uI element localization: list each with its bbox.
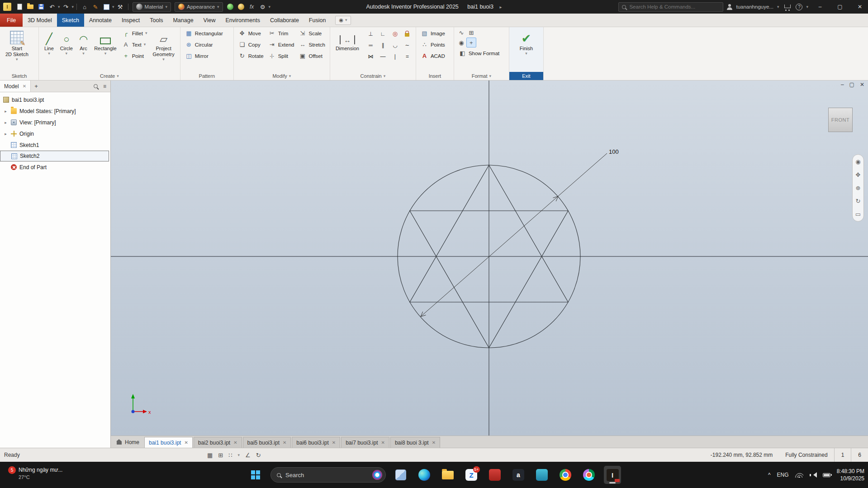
- sketch-dropdown-icon[interactable]: ▾: [112, 5, 114, 9]
- close-icon[interactable]: ✕: [283, 440, 286, 445]
- snap-grid-icon[interactable]: ⊞: [218, 452, 223, 459]
- wifi-icon[interactable]: [795, 472, 803, 478]
- doc-minimize-icon[interactable]: –: [841, 81, 844, 88]
- tab-view[interactable]: View: [199, 14, 221, 27]
- language-indicator[interactable]: ENG: [777, 472, 789, 478]
- rectangle-tool[interactable]: Rectangle ▾: [91, 28, 120, 56]
- parallel-constraint-icon[interactable]: ∥: [377, 39, 389, 51]
- chevron-down-icon[interactable]: ▾: [237, 453, 240, 457]
- tab-environments[interactable]: Environments: [220, 14, 265, 27]
- inventor-taskbar-button[interactable]: I: [604, 466, 621, 484]
- trim-tool[interactable]: ✂ Trim: [266, 28, 297, 39]
- parameters-button[interactable]: fx: [247, 1, 257, 12]
- add-browser-tab-button[interactable]: +: [31, 83, 42, 90]
- doc-tab-bai1[interactable]: bai1 buoi3.ipt ✕: [144, 437, 193, 448]
- equal-constraint-icon[interactable]: =: [401, 51, 413, 62]
- tree-item-model-states[interactable]: ▸ Model States: [Primary]: [0, 105, 110, 117]
- tab-3d-model[interactable]: 3D Model: [23, 14, 57, 27]
- pan-icon[interactable]: ✥: [856, 171, 861, 178]
- tab-tools[interactable]: Tools: [145, 14, 168, 27]
- points-tool[interactable]: ∴ Points: [418, 39, 447, 50]
- tree-item-root[interactable]: bai1 buoi3.ipt: [0, 94, 110, 105]
- battery-icon[interactable]: [823, 473, 830, 477]
- browser-search-icon[interactable]: [94, 84, 98, 88]
- circular-pattern-tool[interactable]: ⊛ Circular: [183, 39, 225, 50]
- zoom-icon[interactable]: ⊕: [856, 185, 861, 191]
- view-cube[interactable]: FRONT: [828, 108, 853, 132]
- tree-item-sketch2[interactable]: Sketch2: [0, 151, 109, 161]
- tab-file[interactable]: File: [0, 14, 23, 27]
- split-tool[interactable]: -|- Split: [266, 50, 297, 62]
- finish-sketch-button[interactable]: ✔ Finish ▾: [517, 28, 536, 56]
- adjust-material-button[interactable]: [225, 1, 235, 12]
- format-line-icon[interactable]: ∿: [456, 28, 466, 38]
- teal-app-button[interactable]: [533, 466, 550, 484]
- doc-tab-bai8[interactable]: bai8 buoi 3.ipt ✕: [390, 437, 440, 448]
- weather-widget[interactable]: 5 Những ngày mư... 27°C: [5, 462, 66, 488]
- doc-tab-bai2[interactable]: bai2 buoi3.ipt ✕: [194, 437, 242, 448]
- group-expand-icon[interactable]: ▾: [117, 74, 119, 78]
- concentric-constraint-icon[interactable]: ◎: [389, 28, 401, 39]
- circle-tool[interactable]: ○ Circle ▾: [57, 28, 76, 56]
- tree-item-sketch1[interactable]: Sketch1: [0, 139, 110, 151]
- close-icon[interactable]: ✕: [233, 440, 237, 445]
- maximize-button[interactable]: ▢: [832, 0, 848, 14]
- sketch-edit-button[interactable]: ✎: [90, 1, 100, 12]
- graphics-canvas[interactable]: 100 x – ▢ ✕ FRONT: [111, 81, 868, 436]
- undo-dropdown-icon[interactable]: ▾: [58, 5, 60, 9]
- scale-tool[interactable]: ⇲ Scale: [296, 28, 327, 39]
- full-navigation-wheel-icon[interactable]: ◉: [855, 158, 860, 165]
- smooth-constraint-icon[interactable]: ∼: [401, 39, 413, 51]
- update-icon[interactable]: ↻: [256, 452, 261, 459]
- line-tool[interactable]: ╱ Line ▾: [41, 28, 57, 56]
- tangent-constraint-icon[interactable]: ◡: [389, 39, 401, 51]
- doc-tab-bai7[interactable]: bai7 buoi3.ipt ✕: [341, 437, 389, 448]
- task-view-button[interactable]: [392, 466, 409, 484]
- home-tab[interactable]: Home: [113, 437, 143, 448]
- sketch-canvas[interactable]: 100 x: [111, 81, 868, 436]
- open-button[interactable]: [25, 1, 35, 12]
- point-tool[interactable]: + Point: [120, 50, 150, 62]
- copy-tool[interactable]: ❏ Copy: [236, 39, 266, 50]
- look-at-icon[interactable]: ▭: [855, 211, 861, 218]
- material-dropdown[interactable]: Material ▾: [133, 2, 171, 12]
- adjust-appearance-button[interactable]: [236, 1, 246, 12]
- coincident-constraint-icon[interactable]: ∟: [377, 28, 389, 39]
- redo-dropdown-icon[interactable]: ▾: [72, 5, 74, 9]
- visual-search-icon[interactable]: [372, 470, 382, 480]
- minimize-button[interactable]: –: [812, 0, 828, 14]
- chrome-button[interactable]: [557, 466, 574, 484]
- notes-app-button[interactable]: a: [510, 466, 527, 484]
- extend-tool[interactable]: ⇥ Extend: [266, 39, 297, 50]
- tab-fusion[interactable]: Fusion: [304, 14, 331, 27]
- close-button[interactable]: ✕: [852, 0, 868, 14]
- mirror-tool[interactable]: ◫ Mirror: [183, 50, 225, 62]
- show-format-tool[interactable]: ◧ Show Format: [456, 47, 502, 59]
- close-icon[interactable]: ✕: [23, 84, 26, 89]
- center-point-toggle-icon[interactable]: +: [466, 38, 476, 47]
- tools-button[interactable]: ⚒: [115, 1, 125, 12]
- edge-button[interactable]: [416, 466, 433, 484]
- save-button[interactable]: [36, 1, 46, 12]
- store-cart-icon[interactable]: [784, 5, 791, 9]
- orbit-icon[interactable]: ↻: [856, 198, 861, 204]
- doc-tab-bai6[interactable]: bai6 buoi3.ipt ✕: [292, 437, 340, 448]
- ribbon-display-options[interactable]: ◉ ▾: [335, 16, 351, 25]
- arc-tool[interactable]: ◠ Arc ▾: [76, 28, 91, 56]
- zalo-button[interactable]: Z 5+: [463, 466, 480, 484]
- help-dropdown-icon[interactable]: ▾: [806, 5, 808, 9]
- taskbar-clock[interactable]: 8:48:30 PM 10/9/2025: [837, 468, 864, 482]
- symmetric-constraint-icon[interactable]: ⋈: [365, 51, 377, 62]
- rectangular-pattern-tool[interactable]: ▦ Rectangular: [183, 28, 225, 39]
- dimension-tool[interactable]: ↔ Dimension: [332, 28, 362, 52]
- measure-icon[interactable]: ∠: [245, 452, 251, 459]
- settings-button[interactable]: ⚙: [258, 1, 268, 12]
- format-eye-icon[interactable]: ◉: [456, 38, 466, 47]
- tray-expand-icon[interactable]: ^: [768, 472, 771, 478]
- start-button[interactable]: [247, 466, 264, 484]
- help-icon[interactable]: ?: [796, 4, 802, 10]
- close-icon[interactable]: ✕: [381, 440, 385, 445]
- help-search-input[interactable]: [629, 4, 720, 9]
- help-search-box[interactable]: [618, 2, 723, 12]
- speaker-icon[interactable]: [810, 472, 816, 478]
